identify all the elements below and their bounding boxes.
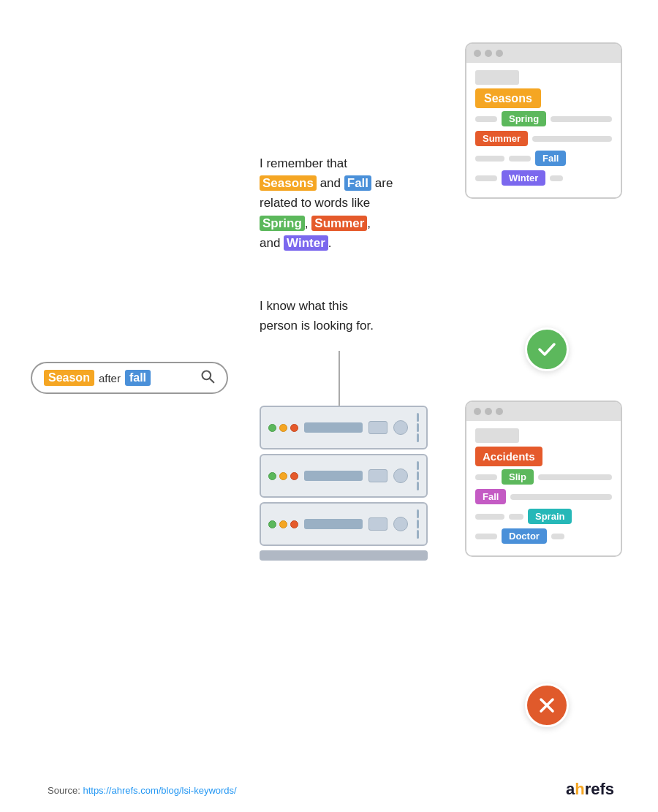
- line-spring-left: [475, 116, 497, 122]
- light-red-3: [290, 520, 298, 528]
- line-winter-right: [550, 175, 563, 181]
- server-tick-1c: [417, 433, 419, 442]
- search-icon: [200, 369, 215, 387]
- browser-titlebar-2: [466, 402, 621, 421]
- server-tick-3b: [417, 520, 419, 528]
- row-spring: Spring: [475, 111, 612, 126]
- server-btn-2: [368, 469, 387, 482]
- tag-doctor: Doctor: [502, 528, 547, 544]
- highlight-spring: Spring: [260, 216, 305, 231]
- line-doctor-left: [475, 534, 497, 539]
- light-yellow-2: [279, 472, 287, 480]
- dot-1b: [485, 50, 492, 57]
- search-term-fall: fall: [125, 370, 151, 386]
- info-text2-block: I know what this person is looking for.: [260, 296, 420, 335]
- browser-card-seasons: Seasons Spring Summer Fall Winter: [465, 42, 622, 199]
- line-fall-acc-right: [510, 494, 612, 500]
- line-doctor-right: [551, 534, 564, 539]
- light-green-3: [268, 520, 276, 528]
- tag-sprain: Sprain: [528, 509, 572, 524]
- server-rack: [260, 406, 428, 561]
- server-bar-3: [304, 519, 363, 529]
- line-winter-left: [475, 175, 497, 181]
- highlight-winter: Winter: [284, 235, 328, 251]
- line-sprain-left: [475, 514, 504, 520]
- server-tick-2c: [417, 482, 419, 490]
- light-green-2: [268, 472, 276, 480]
- row-winter: Winter: [475, 170, 612, 186]
- dot-2c: [496, 408, 503, 415]
- row-fall: Fall: [475, 151, 612, 166]
- server-unit-1: [260, 406, 428, 449]
- server-tick-1a: [417, 413, 419, 422]
- x-circle: [525, 683, 569, 727]
- row-summer: Summer: [475, 131, 612, 146]
- light-red-1: [290, 424, 298, 432]
- server-tick-3c: [417, 530, 419, 539]
- light-yellow-3: [279, 520, 287, 528]
- ahrefs-text: ahrefs: [566, 780, 614, 798]
- dot-1a: [474, 50, 481, 57]
- line-summer-right: [532, 136, 612, 142]
- server-circle-2: [393, 468, 408, 483]
- server-base: [260, 550, 428, 561]
- address-bar-1: [475, 70, 519, 85]
- highlight-seasons: Seasons: [260, 175, 317, 191]
- server-unit-2: [260, 454, 428, 498]
- server-btn-1: [368, 421, 387, 434]
- line-slip-left: [475, 474, 497, 480]
- browser-card-accidents: Accidents Slip Fall Sprain Doctor: [465, 401, 622, 557]
- dot-1c: [496, 50, 503, 57]
- light-yellow-1: [279, 424, 287, 432]
- server-btn-3: [368, 517, 387, 531]
- source-link[interactable]: https://ahrefs.com/blog/lsi-keywords/: [83, 785, 236, 796]
- address-bar-2: [475, 428, 519, 443]
- server-tick-2b: [417, 471, 419, 480]
- server-lights-1: [268, 424, 298, 432]
- highlight-fall: Fall: [344, 175, 371, 191]
- info-text-block: I remember that Seasons and Fall are rel…: [260, 153, 420, 253]
- tag-seasons: Seasons: [475, 88, 541, 108]
- dot-2a: [474, 408, 481, 415]
- search-term-season: Season: [44, 370, 94, 386]
- server-bar-2: [304, 471, 363, 481]
- server-tick-1b: [417, 423, 419, 432]
- browser-body-1: Seasons Spring Summer Fall Winter: [466, 63, 621, 197]
- server-lines-1: [417, 413, 419, 442]
- row-slip: Slip: [475, 469, 612, 485]
- line-sprain-mid: [509, 514, 523, 520]
- server-circle-3: [393, 517, 408, 531]
- highlight-summer: Summer: [311, 216, 367, 231]
- tag-fall-acc: Fall: [475, 489, 506, 504]
- light-green-1: [268, 424, 276, 432]
- server-lights-3: [268, 520, 298, 528]
- row-fall-acc: Fall: [475, 489, 612, 504]
- server-lines-3: [417, 509, 419, 539]
- tag-spring: Spring: [502, 111, 546, 126]
- server-circle-1: [393, 420, 408, 435]
- tag-accidents: Accidents: [475, 447, 542, 466]
- server-bar-1: [304, 422, 363, 433]
- dot-2b: [485, 408, 492, 415]
- source-label: Source:: [48, 785, 83, 796]
- svg-line-1: [210, 379, 213, 382]
- search-term-after: after: [99, 372, 121, 384]
- tag-slip: Slip: [502, 469, 534, 485]
- browser-titlebar-1: [466, 44, 621, 63]
- line-fall-left: [475, 156, 504, 162]
- footer: Source: https://ahrefs.com/blog/lsi-keyw…: [48, 785, 237, 796]
- server-tick-2a: [417, 461, 419, 470]
- row-doctor: Doctor: [475, 528, 612, 544]
- server-lines-2: [417, 461, 419, 490]
- tag-winter: Winter: [502, 170, 545, 186]
- tag-summer: Summer: [475, 131, 528, 146]
- line-slip-right: [538, 474, 612, 480]
- ahrefs-logo: ahrefs: [566, 780, 614, 799]
- light-red-2: [290, 472, 298, 480]
- tag-fall: Fall: [535, 151, 566, 166]
- line-fall-mid: [509, 156, 531, 162]
- browser-body-2: Accidents Slip Fall Sprain Doctor: [466, 421, 621, 555]
- line-spring-right: [551, 116, 612, 122]
- search-box[interactable]: Season after fall: [31, 362, 228, 394]
- server-unit-3: [260, 502, 428, 546]
